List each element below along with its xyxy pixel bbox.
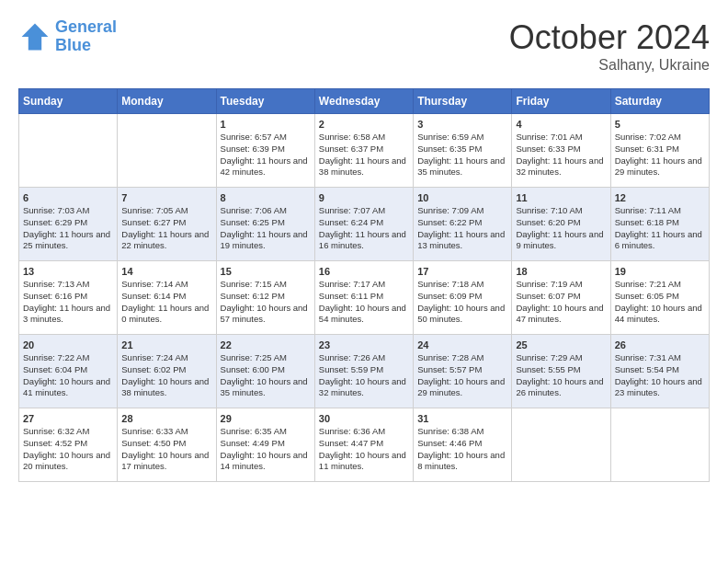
cell-content: Sunrise: 7:24 AMSunset: 6:02 PMDaylight:… bbox=[121, 352, 211, 399]
logo-text: General Blue bbox=[55, 18, 117, 55]
calendar-cell: 30Sunrise: 6:36 AMSunset: 4:47 PMDayligh… bbox=[314, 408, 413, 482]
day-number: 22 bbox=[221, 339, 311, 350]
calendar-cell: 18Sunrise: 7:19 AMSunset: 6:07 PMDayligh… bbox=[512, 261, 610, 335]
cell-content: Sunrise: 7:29 AMSunset: 5:55 PMDaylight:… bbox=[516, 352, 606, 399]
calendar-cell: 28Sunrise: 6:33 AMSunset: 4:50 PMDayligh… bbox=[118, 408, 216, 482]
cell-content: Sunrise: 6:36 AMSunset: 4:47 PMDaylight:… bbox=[319, 426, 409, 473]
day-number: 16 bbox=[319, 266, 409, 277]
cell-content: Sunrise: 7:18 AMSunset: 6:09 PMDaylight:… bbox=[417, 279, 507, 326]
day-number: 6 bbox=[23, 192, 113, 203]
day-number: 17 bbox=[417, 266, 507, 277]
calendar-cell: 4Sunrise: 7:01 AMSunset: 6:33 PMDaylight… bbox=[512, 114, 610, 188]
calendar-cell: 12Sunrise: 7:11 AMSunset: 6:18 PMDayligh… bbox=[610, 188, 709, 261]
cell-content: Sunrise: 7:14 AMSunset: 6:14 PMDaylight:… bbox=[121, 279, 211, 326]
cell-content: Sunrise: 7:11 AMSunset: 6:18 PMDaylight:… bbox=[615, 205, 705, 252]
day-number: 2 bbox=[319, 119, 409, 130]
calendar-cell: 17Sunrise: 7:18 AMSunset: 6:09 PMDayligh… bbox=[414, 261, 512, 335]
cell-content: Sunrise: 6:58 AMSunset: 6:37 PMDaylight:… bbox=[319, 132, 409, 178]
day-number: 18 bbox=[516, 266, 606, 277]
day-number: 24 bbox=[417, 339, 507, 350]
cell-content: Sunrise: 7:15 AMSunset: 6:12 PMDaylight:… bbox=[221, 279, 311, 326]
calendar-cell: 1Sunrise: 6:57 AMSunset: 6:39 PMDaylight… bbox=[216, 114, 314, 188]
day-number: 14 bbox=[121, 266, 211, 277]
calendar-cell: 27Sunrise: 6:32 AMSunset: 4:52 PMDayligh… bbox=[19, 408, 118, 482]
day-number: 7 bbox=[121, 192, 211, 203]
day-number: 11 bbox=[516, 192, 606, 203]
weekday-header-thursday: Thursday bbox=[414, 89, 512, 114]
calendar-cell: 13Sunrise: 7:13 AMSunset: 6:16 PMDayligh… bbox=[19, 261, 118, 335]
cell-content: Sunrise: 6:38 AMSunset: 4:46 PMDaylight:… bbox=[417, 426, 507, 473]
cell-content: Sunrise: 7:31 AMSunset: 5:54 PMDaylight:… bbox=[615, 352, 705, 399]
day-number: 28 bbox=[121, 413, 211, 424]
cell-content: Sunrise: 7:19 AMSunset: 6:07 PMDaylight:… bbox=[516, 279, 606, 326]
weekday-header-row: SundayMondayTuesdayWednesdayThursdayFrid… bbox=[19, 89, 710, 114]
day-number: 4 bbox=[516, 119, 606, 130]
day-number: 23 bbox=[319, 339, 409, 350]
calendar-cell: 31Sunrise: 6:38 AMSunset: 4:46 PMDayligh… bbox=[414, 408, 512, 482]
day-number: 20 bbox=[23, 339, 113, 350]
day-number: 25 bbox=[516, 339, 606, 350]
day-number: 9 bbox=[319, 192, 409, 203]
calendar-cell: 16Sunrise: 7:17 AMSunset: 6:11 PMDayligh… bbox=[314, 261, 413, 335]
day-number: 31 bbox=[417, 413, 507, 424]
calendar-week-row: 27Sunrise: 6:32 AMSunset: 4:52 PMDayligh… bbox=[19, 408, 710, 482]
cell-content: Sunrise: 7:06 AMSunset: 6:25 PMDaylight:… bbox=[221, 205, 311, 252]
cell-content: Sunrise: 7:22 AMSunset: 6:04 PMDaylight:… bbox=[23, 352, 113, 399]
weekday-header-wednesday: Wednesday bbox=[314, 89, 413, 114]
cell-content: Sunrise: 7:25 AMSunset: 6:00 PMDaylight:… bbox=[221, 352, 311, 399]
weekday-header-sunday: Sunday bbox=[19, 89, 118, 114]
calendar-cell bbox=[610, 408, 709, 482]
calendar-cell bbox=[118, 114, 216, 188]
logo: General Blue bbox=[18, 18, 117, 55]
cell-content: Sunrise: 6:33 AMSunset: 4:50 PMDaylight:… bbox=[121, 426, 211, 473]
cell-content: Sunrise: 7:10 AMSunset: 6:20 PMDaylight:… bbox=[516, 205, 606, 252]
calendar-cell: 25Sunrise: 7:29 AMSunset: 5:55 PMDayligh… bbox=[512, 335, 610, 408]
cell-content: Sunrise: 7:13 AMSunset: 6:16 PMDaylight:… bbox=[23, 279, 113, 326]
calendar-week-row: 6Sunrise: 7:03 AMSunset: 6:29 PMDaylight… bbox=[19, 188, 710, 261]
calendar-cell: 10Sunrise: 7:09 AMSunset: 6:22 PMDayligh… bbox=[414, 188, 512, 261]
calendar-cell: 21Sunrise: 7:24 AMSunset: 6:02 PMDayligh… bbox=[118, 335, 216, 408]
day-number: 12 bbox=[615, 192, 705, 203]
calendar-cell bbox=[19, 114, 118, 188]
calendar-cell bbox=[512, 408, 610, 482]
calendar-cell: 24Sunrise: 7:28 AMSunset: 5:57 PMDayligh… bbox=[414, 335, 512, 408]
weekday-header-friday: Friday bbox=[512, 89, 610, 114]
calendar-cell: 9Sunrise: 7:07 AMSunset: 6:24 PMDaylight… bbox=[314, 188, 413, 261]
calendar-cell: 29Sunrise: 6:35 AMSunset: 4:49 PMDayligh… bbox=[216, 408, 314, 482]
weekday-header-saturday: Saturday bbox=[610, 89, 709, 114]
page-header: General Blue October 2024 Salhany, Ukrai… bbox=[18, 18, 710, 74]
calendar-cell: 19Sunrise: 7:21 AMSunset: 6:05 PMDayligh… bbox=[610, 261, 709, 335]
calendar-cell: 2Sunrise: 6:58 AMSunset: 6:37 PMDaylight… bbox=[314, 114, 413, 188]
day-number: 3 bbox=[417, 119, 507, 130]
day-number: 21 bbox=[121, 339, 211, 350]
day-number: 19 bbox=[615, 266, 705, 277]
calendar-cell: 26Sunrise: 7:31 AMSunset: 5:54 PMDayligh… bbox=[610, 335, 709, 408]
calendar-cell: 14Sunrise: 7:14 AMSunset: 6:14 PMDayligh… bbox=[118, 261, 216, 335]
location-subtitle: Salhany, Ukraine bbox=[509, 57, 710, 74]
cell-content: Sunrise: 7:01 AMSunset: 6:33 PMDaylight:… bbox=[516, 132, 606, 178]
weekday-header-tuesday: Tuesday bbox=[216, 89, 314, 114]
cell-content: Sunrise: 7:17 AMSunset: 6:11 PMDaylight:… bbox=[319, 279, 409, 326]
cell-content: Sunrise: 6:59 AMSunset: 6:35 PMDaylight:… bbox=[417, 132, 507, 178]
day-number: 8 bbox=[221, 192, 311, 203]
calendar-week-row: 1Sunrise: 6:57 AMSunset: 6:39 PMDaylight… bbox=[19, 114, 710, 188]
calendar-table: SundayMondayTuesdayWednesdayThursdayFrid… bbox=[18, 88, 710, 482]
cell-content: Sunrise: 7:02 AMSunset: 6:31 PMDaylight:… bbox=[615, 132, 705, 178]
logo-icon bbox=[18, 20, 51, 53]
month-title: October 2024 bbox=[509, 18, 710, 57]
day-number: 1 bbox=[221, 119, 311, 130]
calendar-cell: 20Sunrise: 7:22 AMSunset: 6:04 PMDayligh… bbox=[19, 335, 118, 408]
cell-content: Sunrise: 7:03 AMSunset: 6:29 PMDaylight:… bbox=[23, 205, 113, 252]
calendar-cell: 22Sunrise: 7:25 AMSunset: 6:00 PMDayligh… bbox=[216, 335, 314, 408]
cell-content: Sunrise: 7:28 AMSunset: 5:57 PMDaylight:… bbox=[417, 352, 507, 399]
calendar-cell: 8Sunrise: 7:06 AMSunset: 6:25 PMDaylight… bbox=[216, 188, 314, 261]
svg-marker-0 bbox=[22, 23, 49, 50]
day-number: 5 bbox=[615, 119, 705, 130]
calendar-cell: 7Sunrise: 7:05 AMSunset: 6:27 PMDaylight… bbox=[118, 188, 216, 261]
calendar-cell: 15Sunrise: 7:15 AMSunset: 6:12 PMDayligh… bbox=[216, 261, 314, 335]
calendar-cell: 5Sunrise: 7:02 AMSunset: 6:31 PMDaylight… bbox=[610, 114, 709, 188]
cell-content: Sunrise: 6:57 AMSunset: 6:39 PMDaylight:… bbox=[221, 132, 311, 178]
day-number: 29 bbox=[221, 413, 311, 424]
calendar-cell: 6Sunrise: 7:03 AMSunset: 6:29 PMDaylight… bbox=[19, 188, 118, 261]
cell-content: Sunrise: 6:35 AMSunset: 4:49 PMDaylight:… bbox=[221, 426, 311, 473]
